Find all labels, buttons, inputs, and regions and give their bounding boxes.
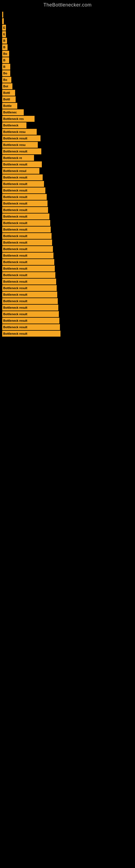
bar: Bottl [2,90,15,96]
bar: Bottleneck result [2,259,54,265]
bar-row: Bottleneck result [2,324,135,330]
bar: Bottleneck resu [2,129,37,135]
bar-label: Bottleneck [3,124,18,127]
bar-row: B [2,38,135,44]
bar: E [2,31,6,37]
bar: Bottleneck re [2,155,34,161]
bar-label: B [3,39,5,42]
bar-label: Bottleneck result [3,235,27,238]
bar: Bottleneck result [2,207,48,213]
bar: Bottleneck result [2,298,58,304]
bar-label: Bottleneck result [3,280,27,283]
bar-label: Bottleneck result [3,195,27,198]
bar-label: Bottlenec [3,111,17,114]
bar-row: Bottleneck result [2,252,135,258]
bar-row: Bottleneck result [2,246,135,252]
bar-label: Bottleneck result [3,189,27,192]
bar: Bottl [2,96,16,102]
bar-row: Bottleneck result [2,200,135,207]
bar: Bottleneck resul [2,168,39,174]
bar: B [2,38,7,44]
bars-container: EEBBBoBBBoBoBotBottlBottlBottleBottlenec… [0,9,135,337]
bar-row: Bottleneck res [2,116,135,122]
bar-row: Bottleneck result [2,266,135,272]
bar-label: Bottleneck resu [3,130,26,133]
bar-label: Bottleneck resu [3,143,26,147]
bar: Bottleneck result [2,311,59,317]
bar: Bottleneck resu [2,142,38,148]
bar-row: Bottl [2,96,135,102]
bar-row: B [2,57,135,63]
site-title: TheBottlenecker.com [0,0,135,9]
bar-label: Bottleneck result [3,228,27,231]
bar-row: Bottl [2,90,135,96]
bar-label: Bottleneck result [3,137,27,140]
bar-row: B [2,44,135,50]
bar-label: Bo [3,78,7,82]
bar: Bottleneck result [2,279,56,284]
bar: Bottleneck result [2,324,60,330]
bar-row: Bottleneck result [2,285,135,291]
bar: Bottleneck result [2,214,49,219]
bar-label: B [3,59,5,62]
bar-label: Bottleneck result [3,208,27,212]
bar-label: Bottleneck res [3,117,24,120]
bar-label: Bottleneck result [3,300,27,303]
bar: Bo [2,77,11,83]
bar: Bottleneck result [2,148,41,154]
bar-label: Bottleneck re [3,156,22,159]
bar: B [2,57,9,63]
bar-label: Bottleneck result [3,326,27,329]
bar: Bottleneck result [2,220,50,226]
bar-row: Bottleneck result [2,331,135,337]
bar-row [2,12,135,18]
bar-label: Bottleneck result [3,260,27,264]
bar-row: Bottleneck result [2,214,135,219]
bar-label: E [3,26,5,29]
bar-label: Bottleneck result [3,312,27,316]
bar [2,18,4,24]
bar-row: Bottleneck result [2,161,135,167]
bar-row: Bottleneck result [2,279,135,284]
bar: Bottleneck result [2,200,48,207]
bar-row: Bottleneck result [2,318,135,323]
bar: Bottleneck result [2,161,42,167]
bar-row: Bo [2,77,135,83]
bar-row: Bottleneck result [2,311,135,317]
bar-row: Bottleneck result [2,220,135,226]
bar-label: E [3,33,5,36]
bar: Bo [2,70,10,76]
bar-label: Bo [3,52,7,55]
bar-label: Bottleneck result [3,182,27,186]
bar-row: Bo [2,51,135,57]
bar-label: Bottleneck result [3,176,27,179]
bar-label: Bottleneck result [3,163,27,166]
bar-row: Bottleneck [2,122,135,128]
bar-row: Bottleneck result [2,259,135,265]
bar: Bot [2,83,12,89]
bar: Bottle [2,103,17,109]
bar-label: Bottleneck result [3,254,27,257]
bar-label: Bottleneck result [3,267,27,270]
bar-row: Bottleneck result [2,226,135,232]
bar: Bottleneck result [2,226,51,232]
bar: Bottleneck result [2,331,60,337]
bar: Bottlenec [2,109,24,115]
bar-label: Bottl [3,98,10,101]
bar-row: Bottleneck result [2,298,135,304]
bar-label: Bottl [3,91,10,94]
bar-row: Bottlenec [2,109,135,115]
bar: Bottleneck result [2,252,53,258]
bar-label: Bottleneck result [3,332,27,335]
bar-row: Bottleneck result [2,187,135,193]
bar: Bottleneck result [2,266,55,272]
bar: Bottleneck result [2,305,58,311]
bar: Bottleneck result [2,285,57,291]
bar-row: Bo [2,70,135,76]
bar-row: Bottleneck resul [2,168,135,174]
bar-row: E [2,25,135,31]
bar-row: E [2,31,135,37]
bar: Bo [2,51,9,57]
bar-row: Bottleneck result [2,291,135,298]
bar: Bottleneck result [2,291,57,298]
